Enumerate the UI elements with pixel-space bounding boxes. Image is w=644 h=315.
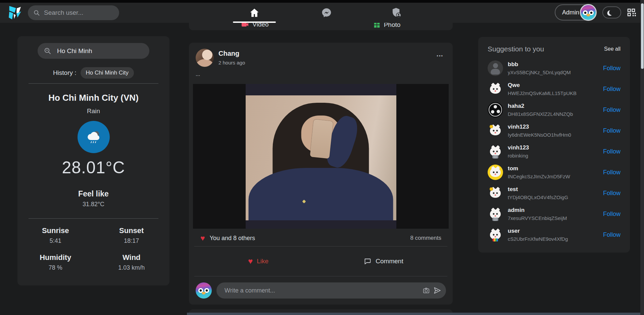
suggested-user-name[interactable]: user (508, 228, 568, 234)
moon-icon (609, 9, 615, 16)
comment-input-pill[interactable] (216, 282, 446, 299)
suggested-user-id: cS2UbrFnXfwNE9ov4XfDg (508, 236, 568, 242)
suggested-user-id: HWEJ2mQSvKaMLL15TpUKB (508, 90, 577, 96)
profile-avatar[interactable] (580, 4, 597, 21)
suggested-user-name[interactable]: vinh123 (508, 144, 529, 151)
cat-gamepad-avatar[interactable] (488, 144, 503, 159)
suggested-user-id: 7xesuRVYSCEnbiqZSeijM (508, 215, 567, 221)
post-card: Chang 2 hours ago ... You and 8 others (189, 43, 453, 305)
person-avatar[interactable] (488, 60, 503, 76)
post-header: Chang 2 hours ago (196, 49, 446, 68)
stat-label: Humidity (17, 253, 94, 262)
follow-button[interactable]: Follow (603, 211, 621, 218)
active-tab-indicator (233, 21, 276, 23)
post-author-avatar[interactable] (196, 49, 214, 67)
post-author-name[interactable]: Chang (218, 50, 245, 57)
history-chip[interactable]: Ho Chi Minh City (81, 67, 134, 79)
suggested-user-name[interactable]: Qwe (508, 82, 577, 89)
see-all-link[interactable]: See all (604, 46, 621, 52)
suggested-user-id: tYDj4OBQLxO4V4fsZOigG (508, 194, 568, 200)
post-image[interactable] (193, 84, 449, 229)
profile-button[interactable]: Admin (555, 4, 596, 20)
follow-button[interactable]: Follow (603, 106, 621, 114)
tab-home[interactable] (229, 3, 280, 23)
profile-name: Admin (555, 9, 579, 16)
comment-label: Comment (376, 258, 403, 265)
suggestions-list: bbb yXvS5BCjNKz_5DnLyqdQM Follow Qwe HWE… (488, 60, 621, 242)
follow-button[interactable]: Follow (603, 231, 621, 238)
qr-code-icon[interactable] (626, 7, 636, 17)
top-black-strip (0, 0, 644, 3)
suggested-user-name[interactable]: admin (508, 207, 567, 214)
post-photo-panel (246, 84, 396, 229)
app-logo[interactable] (7, 4, 22, 21)
follow-button[interactable]: Follow (603, 169, 621, 176)
scrollbar-thumb[interactable] (641, 3, 644, 69)
like-button[interactable]: Like (196, 257, 321, 265)
cat-rainbow-avatar[interactable] (488, 227, 503, 242)
suggestion-row: test tYDj4OBQLxO4V4fsZOigG Follow (488, 185, 621, 201)
dark-mode-toggle[interactable] (602, 6, 621, 18)
messenger-icon (321, 7, 332, 18)
divider (29, 218, 158, 219)
stat-humidity: Humidity 78 % (17, 253, 94, 271)
stat-value: 1.03 km/h (94, 264, 170, 271)
cat-avatar[interactable] (488, 81, 503, 97)
stat-value: 78 % (17, 264, 94, 271)
suggested-user-id: yXvS5BCjNKz_5DnLyqdQM (508, 70, 571, 75)
follow-button[interactable]: Follow (603, 86, 621, 93)
suggested-user-id: INCegkcSzJImZvJmD5FzW (508, 174, 570, 179)
comment-bubble-icon (363, 257, 371, 265)
comment-button[interactable]: Comment (321, 257, 446, 265)
suggested-user-name[interactable]: tom (508, 165, 570, 172)
weather-search-input[interactable] (57, 47, 143, 55)
user-search-bar[interactable] (28, 5, 119, 20)
follow-button[interactable]: Follow (603, 127, 621, 134)
comment-composer (196, 276, 446, 305)
suggested-user-name[interactable]: vinh123 (508, 124, 571, 130)
divider (29, 83, 158, 84)
suggested-user-name[interactable]: bbb (508, 61, 571, 68)
post-photo (246, 95, 396, 220)
post-more-icon[interactable] (434, 49, 446, 63)
tab-admin-shield[interactable] (371, 3, 422, 23)
stat-sunset: Sunset 18:17 (94, 226, 170, 244)
weather-rain-icon (78, 121, 110, 153)
obs-avatar[interactable] (488, 102, 503, 118)
cat-medal-avatar[interactable] (488, 185, 503, 201)
current-user-avatar[interactable] (196, 282, 212, 299)
admin-shield-icon (391, 7, 402, 18)
follow-button[interactable]: Follow (603, 65, 621, 72)
search-input[interactable] (44, 9, 114, 16)
cat-sun-avatar[interactable] (488, 165, 503, 180)
comment-input[interactable] (225, 287, 419, 294)
weather-search-bar[interactable] (38, 43, 149, 59)
suggestion-row: vinh123 robinking Follow (488, 144, 621, 159)
search-icon (33, 9, 40, 16)
suggestion-row: admin 7xesuRVYSCEnbiqZSeijM Follow (488, 206, 621, 222)
weather-history-row: History : Ho Chi Minh City (17, 67, 169, 79)
suggested-user-name[interactable]: test (508, 186, 568, 193)
cat-medal-avatar[interactable] (488, 123, 503, 138)
suggestion-row: haha2 DH81x8SGFNXlZ2L4NNZQb Follow (488, 102, 621, 118)
comments-count[interactable]: 8 comments (410, 235, 441, 241)
suggested-user-id: Iy6dnEWeK5NsOO1hvfHm0 (508, 132, 571, 138)
send-icon[interactable] (433, 286, 441, 295)
stat-value: 18:17 (94, 237, 170, 244)
cat-gamepad-avatar[interactable] (488, 206, 503, 222)
suggestions-title: Suggestion to you (488, 45, 544, 53)
scrollbar-track[interactable] (640, 0, 644, 315)
tab-messenger[interactable] (301, 3, 352, 23)
stat-label: Sunrise (17, 226, 94, 235)
likes-summary[interactable]: You and 8 others (210, 235, 255, 242)
suggested-user-name[interactable]: haha2 (508, 103, 573, 109)
suggested-user-id: DH81x8SGFNXlZ2L4NNZQb (508, 111, 573, 117)
camera-icon[interactable] (423, 287, 430, 294)
stat-wind: Wind 1.03 km/h (94, 253, 170, 271)
follow-button[interactable]: Follow (603, 190, 621, 197)
follow-button[interactable]: Follow (603, 148, 621, 155)
history-label: History : (53, 69, 77, 77)
suggestion-row: Qwe HWEJ2mQSvKaMLL15TpUKB Follow (488, 81, 621, 97)
post-timestamp: 2 hours ago (218, 60, 245, 65)
post-likes-row: You and 8 others 8 comments (196, 230, 446, 246)
